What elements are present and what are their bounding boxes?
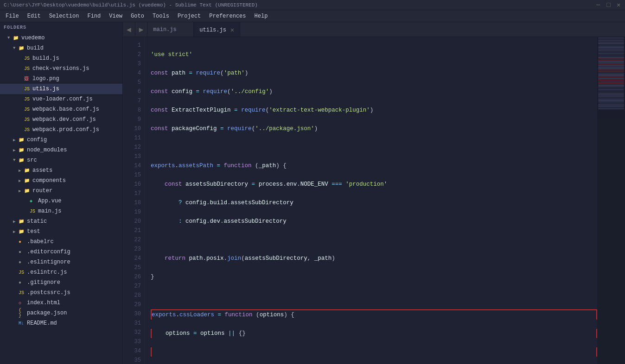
sidebar-item-label: .postcssrc.js — [27, 289, 70, 296]
sidebar-item-postcssrc[interactable]: JS .postcssrc.js — [0, 288, 122, 298]
fold-arrow: ▶ — [13, 138, 19, 143]
menu-help[interactable]: Help — [251, 12, 272, 20]
code-line-2: const path = require('path') — [151, 69, 597, 78]
code-line-12: return path.posix.join(assetsSubDirector… — [151, 254, 597, 263]
sidebar-item-config[interactable]: ▶ 📁 config — [0, 135, 122, 145]
menu-goto[interactable]: Goto — [127, 12, 148, 20]
fold-arrow: ▶ — [19, 178, 24, 183]
code-line-11 — [151, 235, 597, 245]
sidebar-item-label: .babelrc — [27, 238, 54, 245]
sidebar-item-label: webpack.base.conf.js — [32, 106, 99, 113]
menu-file[interactable]: File — [2, 12, 23, 20]
sidebar-item-gitignore[interactable]: ● .gitignore — [0, 277, 122, 288]
sidebar-item-label: vue-loader.conf.js — [32, 96, 93, 102]
sidebar-item-label: build.js — [32, 55, 59, 62]
sidebar-item-nodemodules[interactable]: ▶ 📁 node_modules — [0, 145, 122, 155]
maximize-button[interactable]: □ — [606, 3, 611, 7]
sidebar-item-webpackdev[interactable]: JS webpack.dev.conf.js — [0, 114, 122, 125]
sidebar-item-vueloader[interactable]: JS vue-loader.conf.js — [0, 94, 122, 104]
sidebar-item-buildjs[interactable]: JS build.js — [0, 53, 122, 63]
folder-icon: 📁 — [19, 137, 26, 143]
tab-bar: ◀ ▶ main.js utils.js ✕ — [123, 22, 625, 37]
menu-view[interactable]: View — [105, 12, 126, 20]
tab-nav-back[interactable]: ◀ — [123, 22, 135, 37]
sidebar-item-logo[interactable]: 🖼 logo.png — [0, 74, 122, 84]
window-controls: ─ □ ✕ — [596, 3, 621, 7]
tab-label: main.js — [153, 26, 176, 33]
img-icon: 🖼 — [24, 76, 32, 82]
sidebar-item-label: assets — [32, 167, 52, 174]
sidebar-item-appvue[interactable]: ◆ App.vue — [0, 196, 122, 206]
code-line-7: exports.assetsPath = function (_path) { — [151, 161, 597, 170]
sidebar-item-build[interactable]: ▼ 📁 build — [0, 43, 122, 53]
sidebar-item-router[interactable]: ▶ 📁 router — [0, 186, 122, 196]
tab-utilsjs[interactable]: utils.js ✕ — [194, 22, 240, 37]
main-layout: FOLDERS ▼ 📁 vuedemo ▼ 📁 build JS build.j… — [0, 22, 625, 364]
sidebar-header: FOLDERS — [0, 22, 122, 33]
sidebar-item-packagejson[interactable]: { } package.json — [0, 308, 122, 318]
dot-icon: ● — [19, 239, 26, 245]
js-icon: JS — [19, 270, 26, 275]
sidebar-item-label: .eslintignore — [27, 259, 70, 265]
code-line-4: const ExtractTextPlugin = require('extra… — [151, 106, 597, 115]
menu-tools[interactable]: Tools — [149, 12, 173, 20]
tab-mainjs[interactable]: main.js — [147, 22, 194, 37]
editor-wrapper: 'use strict' const path = require('path'… — [145, 37, 625, 364]
js-icon: JS — [24, 66, 32, 71]
sidebar-item-label: webpack.prod.conf.js — [32, 126, 99, 133]
sidebar-item-vuedemo[interactable]: ▼ 📁 vuedemo — [0, 33, 122, 43]
folder-icon: 📁 — [19, 147, 26, 153]
sidebar-item-label: webpack.dev.conf.js — [32, 116, 96, 123]
sidebar-item-editorconfig[interactable]: ● .editorconfig — [0, 247, 122, 257]
sidebar-item-checkversions[interactable]: JS check-versions.js — [0, 63, 122, 74]
sidebar-item-assets[interactable]: ▶ 📁 assets — [0, 165, 122, 176]
sidebar-item-webpackprod[interactable]: JS webpack.prod.conf.js — [0, 125, 122, 135]
code-line-5: const packageConfig = require('../packag… — [151, 124, 597, 133]
close-button[interactable]: ✕ — [617, 3, 621, 7]
sidebar-item-static[interactable]: ▶ 📁 static — [0, 216, 122, 226]
line-numbers: 12345 678910 1112131415 1617181920 21222… — [123, 37, 145, 364]
sidebar-item-indexhtml[interactable]: ◇ index.html — [0, 298, 122, 308]
sidebar-item-utilsjs[interactable]: JS utils.js — [0, 84, 122, 94]
sidebar-item-label: src — [27, 157, 37, 163]
sidebar-item-label: test — [27, 228, 40, 235]
minimap — [597, 37, 625, 364]
menu-selection[interactable]: Selection — [45, 12, 83, 20]
editor-area: ◀ ▶ main.js utils.js ✕ 12345 678910 1112… — [123, 22, 625, 364]
sidebar-item-test[interactable]: ▶ 📁 test — [0, 226, 122, 237]
tab-nav-forward[interactable]: ▶ — [135, 22, 148, 37]
minimize-button[interactable]: ─ — [596, 3, 601, 7]
sidebar-item-eslintignore[interactable]: ● .eslintignore — [0, 257, 122, 267]
folder-icon: 📁 — [19, 229, 26, 234]
tab-close-button[interactable]: ✕ — [230, 26, 234, 34]
menu-find[interactable]: Find — [83, 12, 104, 20]
sidebar-item-src[interactable]: ▼ 📁 src — [0, 155, 122, 165]
code-line-6 — [151, 143, 597, 152]
menu-preferences[interactable]: Preferences — [205, 12, 249, 20]
code-area[interactable]: 'use strict' const path = require('path'… — [145, 37, 597, 364]
sidebar-item-babelrc[interactable]: ● .babelrc — [0, 237, 122, 247]
sidebar-item-label: config — [27, 137, 47, 143]
dot-icon: ● — [19, 260, 26, 265]
folder-icon: 📁 — [19, 219, 26, 224]
fold-arrow: ▼ — [13, 46, 19, 50]
sidebar-item-eslintrc[interactable]: JS .eslintrc.js — [0, 267, 122, 277]
sidebar-item-label: package.json — [27, 310, 67, 316]
sidebar-item-mainjs[interactable]: JS main.js — [0, 206, 122, 216]
code-line-15: exports.cssLoaders = function (options) … — [151, 309, 597, 320]
sidebar-item-label: logo.png — [32, 75, 59, 82]
fold-arrow: ▶ — [19, 168, 24, 173]
sidebar-item-webpackbase[interactable]: JS webpack.base.conf.js — [0, 104, 122, 114]
code-line-8: const assetsSubDirectory = process.env.N… — [151, 180, 597, 189]
sidebar-item-label: static — [27, 218, 47, 225]
fold-arrow: ▼ — [7, 36, 13, 40]
title-bar: C:\Users\JYF\Desktop\vuedemo\build\utils… — [0, 0, 625, 10]
js-icon: JS — [24, 56, 32, 61]
js-icon: JS — [19, 290, 26, 295]
menu-project[interactable]: Project — [174, 12, 204, 20]
folder-icon: 📁 — [24, 188, 32, 194]
sidebar-item-readme[interactable]: M↓ README.md — [0, 318, 122, 328]
menu-edit[interactable]: Edit — [24, 12, 45, 20]
html-icon: ◇ — [19, 300, 26, 306]
sidebar-item-components[interactable]: ▶ 📁 components — [0, 176, 122, 186]
